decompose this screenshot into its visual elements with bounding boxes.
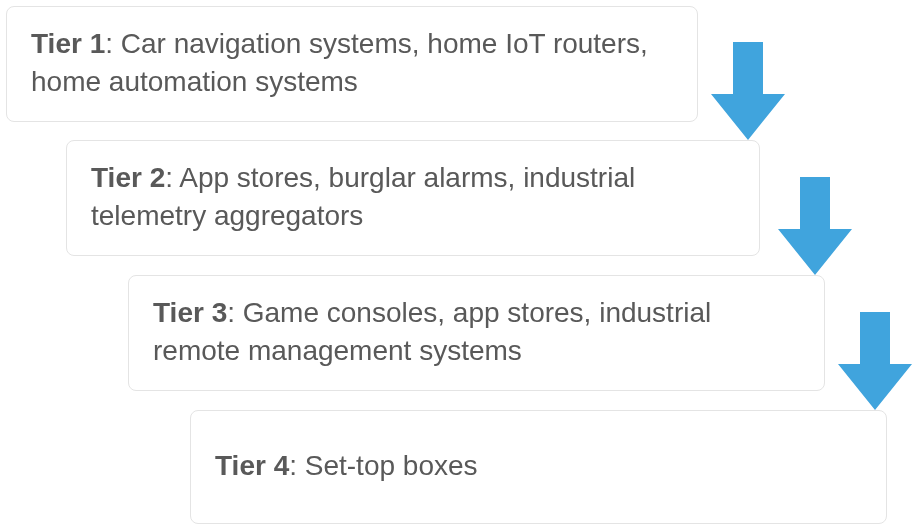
tier-4-box: Tier 4: Set-top boxes: [190, 410, 887, 524]
arrow-down-icon: [711, 42, 785, 140]
tier-2-box: Tier 2: App stores, burglar alarms, indu…: [66, 140, 760, 256]
tier-1-label: Tier 1: [31, 28, 105, 59]
tier-2-text: : App stores, burglar alarms, industrial…: [91, 162, 635, 231]
tier-4-label: Tier 4: [215, 450, 289, 481]
tier-1-box: Tier 1: Car navigation systems, home IoT…: [6, 6, 698, 122]
arrow-down-icon: [838, 312, 912, 410]
tier-4-text: : Set-top boxes: [289, 450, 477, 481]
tier-2-label: Tier 2: [91, 162, 165, 193]
tier-3-box: Tier 3: Game consoles, app stores, indus…: [128, 275, 825, 391]
tier-1-text: : Car navigation systems, home IoT route…: [31, 28, 648, 97]
tier-3-text: : Game consoles, app stores, industrial …: [153, 297, 711, 366]
arrow-down-icon: [778, 177, 852, 275]
tier-3-label: Tier 3: [153, 297, 227, 328]
